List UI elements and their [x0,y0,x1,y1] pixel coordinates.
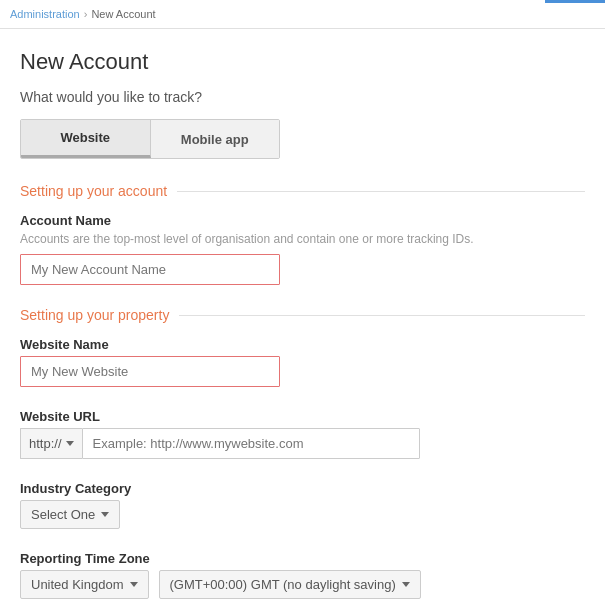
industry-category-select[interactable]: Select One [20,500,120,529]
breadcrumb-current: New Account [91,8,155,20]
tab-mobile-app[interactable]: Mobile app [151,120,280,158]
reporting-timezone-field: Reporting Time Zone United Kingdom (GMT+… [20,551,585,599]
tab-website[interactable]: Website [21,120,151,158]
property-section-header: Setting up your property [20,307,585,323]
timezone-country-chevron-icon [130,582,138,587]
timezone-zone-chevron-icon [402,582,410,587]
website-name-label: Website Name [20,337,585,352]
property-section-title: Setting up your property [20,307,179,323]
industry-category-chevron-icon [101,512,109,517]
website-url-field: Website URL http:// [20,409,585,459]
timezone-zone-select[interactable]: (GMT+00:00) GMT (no daylight saving) [159,570,421,599]
account-section-header: Setting up your account [20,183,585,199]
account-name-description: Accounts are the top-most level of organ… [20,232,585,246]
account-section-title: Setting up your account [20,183,177,199]
timezone-country-select[interactable]: United Kingdom [20,570,149,599]
timezone-row: United Kingdom (GMT+00:00) GMT (no dayli… [20,570,585,599]
page-title: New Account [20,49,585,75]
website-url-label: Website URL [20,409,585,424]
url-protocol-text: http:// [29,436,62,451]
account-name-input[interactable] [20,254,280,285]
breadcrumb-parent-link[interactable]: Administration [10,8,80,20]
website-name-field: Website Name [20,337,585,387]
website-name-input[interactable] [20,356,280,387]
url-input-group: http:// [20,428,420,459]
industry-category-label: Industry Category [20,481,585,496]
timezone-country-value: United Kingdom [31,577,124,592]
account-name-field: Account Name Accounts are the top-most l… [20,213,585,285]
tracking-question: What would you like to track? [20,89,585,105]
property-section-line [179,315,585,316]
url-protocol-chevron-icon [66,441,74,446]
breadcrumb: Administration › New Account [0,0,605,29]
breadcrumb-separator: › [84,8,88,20]
industry-category-field: Industry Category Select One [20,481,585,529]
tab-group: Website Mobile app [20,119,280,159]
account-name-label: Account Name [20,213,585,228]
account-section-line [177,191,585,192]
website-url-input[interactable] [82,428,420,459]
main-content: New Account What would you like to track… [0,29,605,602]
reporting-timezone-label: Reporting Time Zone [20,551,585,566]
url-protocol-selector[interactable]: http:// [20,428,82,459]
industry-category-value: Select One [31,507,95,522]
timezone-zone-value: (GMT+00:00) GMT (no daylight saving) [170,577,396,592]
